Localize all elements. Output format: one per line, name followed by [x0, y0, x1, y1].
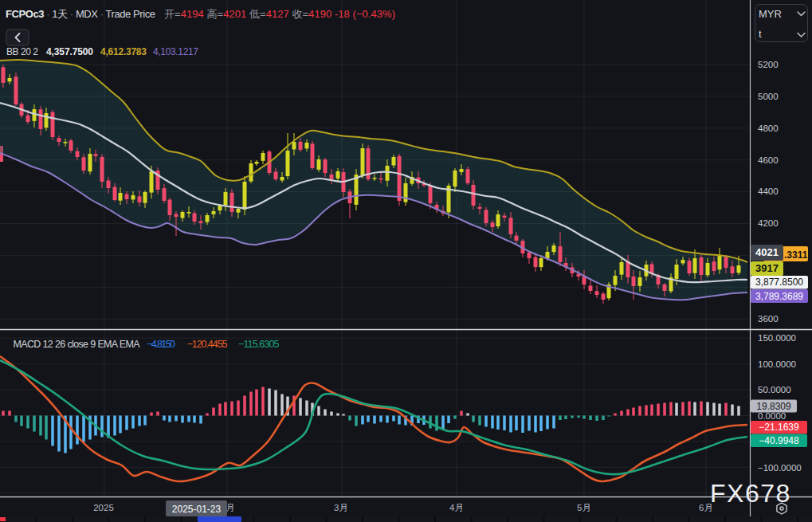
svg-text:MYR: MYR: [759, 8, 782, 20]
svg-text:2025: 2025: [93, 503, 114, 512]
svg-text:−100.0000: −100.0000: [758, 463, 802, 473]
svg-text:−4.8150: −4.8150: [147, 339, 175, 350]
svg-text:−21.1639: −21.1639: [759, 422, 799, 433]
svg-text:4600: 4600: [758, 155, 779, 165]
svg-text:4800: 4800: [758, 124, 779, 133]
svg-text:3,789.3689: 3,789.3689: [755, 291, 803, 302]
svg-text:−40.9948: −40.9948: [759, 435, 799, 446]
svg-text:100.0000: 100.0000: [758, 359, 796, 369]
svg-text:MACD 12 26 close 9 EMA EMA: MACD 12 26 close 9 EMA EMA: [14, 339, 141, 350]
svg-text:4200: 4200: [758, 218, 779, 228]
svg-text:3,877.8500: 3,877.8500: [755, 277, 803, 288]
svg-text:5月: 5月: [577, 503, 591, 512]
svg-text:3月: 3月: [334, 503, 348, 512]
svg-text:FCPOc3 · 1天 · MDX · Trade Pric: FCPOc3 · 1天 · MDX · Trade Price: [6, 8, 155, 20]
svg-text:5000: 5000: [758, 92, 779, 101]
svg-text:BB 20 2: BB 20 2: [6, 46, 38, 57]
svg-text:FX678: FX678: [710, 479, 791, 508]
svg-text:4,103.1217: 4,103.1217: [153, 46, 198, 57]
svg-text:4021: 4021: [755, 246, 779, 258]
svg-text:3917: 3917: [755, 262, 779, 274]
svg-text:4,357.7500: 4,357.7500: [46, 46, 93, 57]
svg-text:2025-01-23: 2025-01-23: [172, 504, 222, 515]
svg-text:t: t: [759, 28, 762, 40]
svg-text:6月: 6月: [699, 503, 713, 512]
svg-text:−120.4455: −120.4455: [187, 339, 228, 350]
svg-text:50.0000: 50.0000: [758, 385, 791, 394]
svg-text:开=4194 高=4201 低=4127 收=4190 -1: 开=4194 高=4201 低=4127 收=4190 -18 (−0.43%): [164, 8, 395, 20]
svg-text:−115.6305: −115.6305: [238, 339, 280, 350]
svg-text:150.0000: 150.0000: [758, 333, 796, 343]
svg-text:5200: 5200: [758, 60, 779, 69]
svg-text:3600: 3600: [758, 314, 779, 324]
svg-text:19.8309: 19.8309: [756, 401, 791, 412]
svg-text:.3311: .3311: [784, 249, 808, 261]
svg-text:4400: 4400: [758, 186, 779, 196]
svg-text:4月: 4月: [449, 503, 464, 512]
svg-text:4,612.3783: 4,612.3783: [100, 46, 147, 57]
